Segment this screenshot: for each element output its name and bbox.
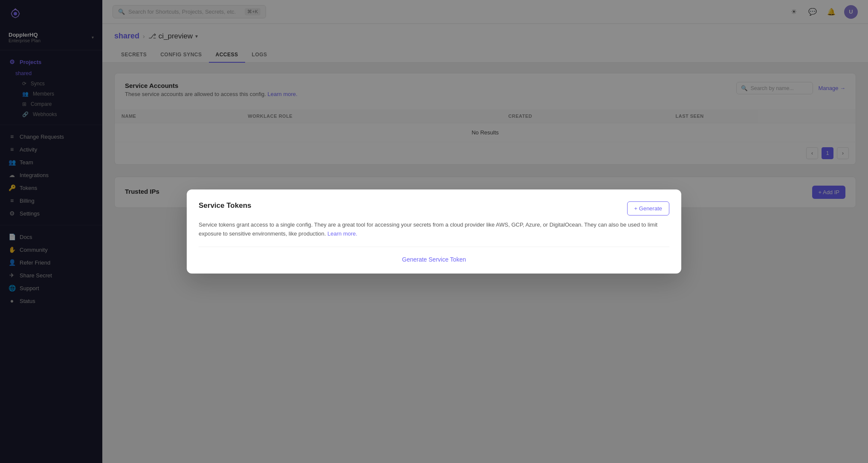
modal-divider — [199, 247, 669, 247]
modal-description: Service tokens grant access to a single … — [199, 221, 669, 239]
generate-service-token-link[interactable]: Generate Service Token — [402, 256, 466, 263]
modal-title: Service Tokens — [199, 201, 251, 210]
generate-button[interactable]: + Generate — [627, 201, 669, 215]
modal-learn-more-link[interactable]: Learn more. — [327, 230, 357, 237]
modal-action: Generate Service Token — [199, 256, 669, 263]
service-tokens-modal: Service Tokens + Generate Service tokens… — [187, 189, 681, 274]
modal-overlay[interactable]: Service Tokens + Generate Service tokens… — [0, 0, 868, 463]
